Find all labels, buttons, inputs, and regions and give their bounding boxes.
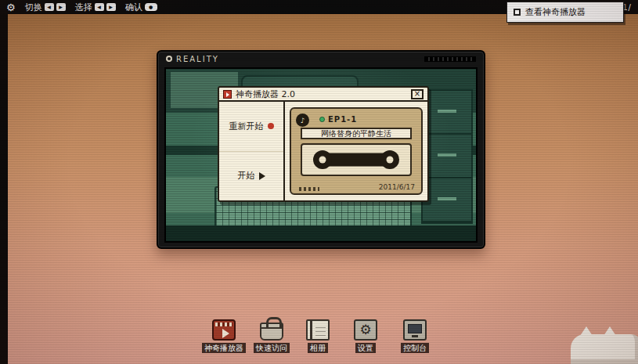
player-icon <box>212 319 236 341</box>
checkbox-icon <box>514 9 521 16</box>
player-app-icon <box>223 90 232 99</box>
start-button[interactable]: 开始 <box>219 152 283 201</box>
cassette-window <box>301 143 412 176</box>
menu-item-view-player[interactable]: 查看神奇播放器 <box>507 2 623 22</box>
desktop-icon-player[interactable]: 神奇播放器 <box>198 319 250 353</box>
play-icon <box>222 329 229 338</box>
game-screen: ⚙ 切换 ◀ ▶ 选择 ◀ ▶ 确认 ● 2011/ 查看神奇播放器 REALI… <box>0 0 638 364</box>
cat-tab-icon <box>492 0 506 12</box>
player-body: 重新开始 开始 ♪ EP1-1 网络替身的平静生活 <box>219 102 427 200</box>
tape-band <box>329 153 384 167</box>
cassette-footer: 2011/6/17 <box>299 183 415 191</box>
reality-logo-icon <box>166 56 172 62</box>
restart-label: 重新开始 <box>229 121 264 132</box>
console-base <box>412 335 418 337</box>
album-lines <box>315 324 326 336</box>
player-button-column: 重新开始 开始 <box>219 102 285 200</box>
start-label: 开始 <box>238 170 255 182</box>
switch-left-key-icon: ◀ <box>45 3 54 11</box>
restart-button[interactable]: 重新开始 <box>219 102 283 152</box>
select-label: 选择 <box>75 2 92 13</box>
monitor-brand: REALITY <box>176 55 219 63</box>
letterbox-left <box>0 14 8 364</box>
topbar-item-switch[interactable]: 切换 ◀ ▶ <box>25 2 66 13</box>
icon-label: 控制台 <box>401 343 429 353</box>
record-dot-icon <box>268 123 274 129</box>
topbar-item-select[interactable]: 选择 ◀ ▶ <box>75 2 116 13</box>
switch-label: 切换 <box>25 2 42 13</box>
monitor-titlebar: REALITY <box>158 52 484 66</box>
icon-label: 设置 <box>355 343 376 353</box>
episode-label: EP1-1 <box>328 115 357 124</box>
left-reel-icon <box>313 150 332 169</box>
menu-item-label: 查看神奇播放器 <box>525 6 586 18</box>
player-title: 神奇播放器 2.0 <box>236 88 295 100</box>
icon-label: 快速访问 <box>254 343 290 353</box>
album-binding <box>310 321 312 339</box>
settings-gear-icon: ⚙ <box>354 319 377 341</box>
cat-character[interactable] <box>571 334 638 364</box>
monitor-vent <box>424 56 476 62</box>
desktop-icon-console[interactable]: 控制台 <box>389 319 441 353</box>
play-triangle-icon <box>259 172 265 180</box>
context-menu: 查看神奇播放器 <box>506 2 624 23</box>
console-screen <box>408 324 422 333</box>
player-titlebar: 神奇播放器 2.0 × <box>219 88 427 102</box>
icon-label: 神奇播放器 <box>202 343 246 353</box>
cassette-markings <box>299 187 319 191</box>
film-strip-icon <box>215 323 232 326</box>
cassette-episode: EP1-1 <box>319 115 357 124</box>
cassette[interactable]: ♪ EP1-1 网络替身的平静生活 2011/6/17 <box>290 107 423 195</box>
cassette-avatar-icon: ♪ <box>296 114 309 127</box>
cassette-panel: ♪ EP1-1 网络替身的平静生活 2011/6/17 <box>285 102 427 200</box>
episode-dot-icon <box>319 117 325 122</box>
topbar-item-confirm[interactable]: 确认 ● <box>125 2 157 13</box>
cassette-title: 网络替身的平静生活 <box>301 128 412 139</box>
select-right-key-icon: ▶ <box>106 3 116 11</box>
desktop-icon-quick-access[interactable]: 快速访问 <box>246 319 297 353</box>
console-icon <box>403 319 427 341</box>
gear-icon[interactable]: ⚙ <box>6 2 16 13</box>
player-window: 神奇播放器 2.0 × 重新开始 开始 ♪ EP1-1 <box>218 86 429 202</box>
right-reel-icon <box>380 150 399 169</box>
switch-right-key-icon: ▶ <box>56 3 66 11</box>
cat-ear-right <box>604 326 616 336</box>
icon-label: 相册 <box>308 343 328 353</box>
desktop-icon-album[interactable]: 相册 <box>292 319 344 353</box>
cassette-date: 2011/6/17 <box>379 183 415 191</box>
cat-ear-left <box>580 326 593 336</box>
confirm-key-icon: ● <box>145 3 157 11</box>
basket-icon <box>260 323 283 341</box>
album-icon <box>306 319 330 341</box>
select-left-key-icon: ◀ <box>95 3 104 11</box>
close-button[interactable]: × <box>411 89 424 99</box>
confirm-label: 确认 <box>125 2 142 13</box>
desktop-icon-settings[interactable]: ⚙ 设置 <box>340 319 391 353</box>
